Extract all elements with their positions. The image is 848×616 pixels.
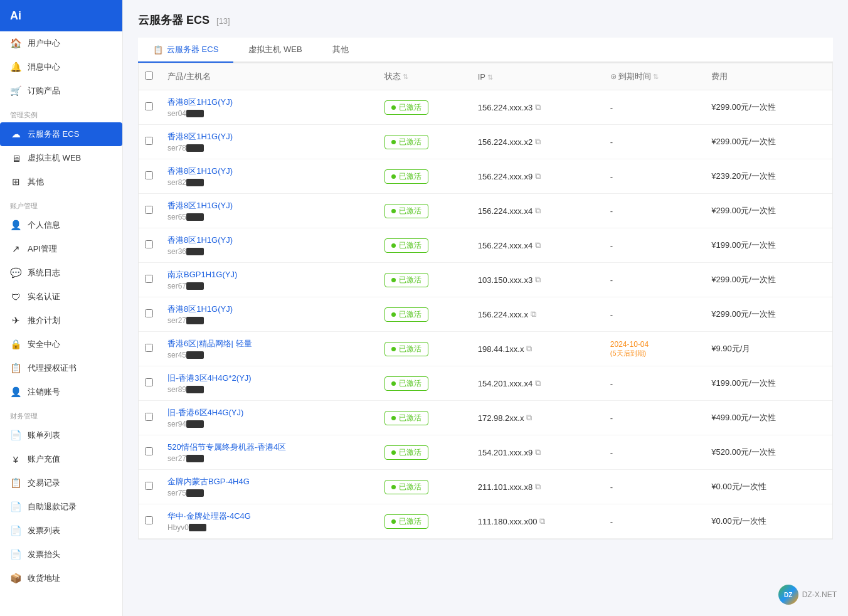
copy-icon[interactable]: ⧉ bbox=[535, 275, 541, 285]
expire-date: - bbox=[610, 310, 613, 319]
product-name[interactable]: 香港8区1H1G(YJ) bbox=[167, 131, 372, 142]
copy-icon[interactable]: ⧉ bbox=[539, 516, 545, 526]
expire-date: - bbox=[610, 448, 613, 457]
sidebar-item-invoice-list[interactable]: 📄 发票列表 bbox=[0, 519, 122, 543]
copy-icon[interactable]: ⧉ bbox=[535, 378, 541, 388]
product-name[interactable]: 香港8区1H1G(YJ) bbox=[167, 235, 372, 246]
table-row: 旧-香港6区4H4G(YJ) ser94 已激活 172.98.2xx.x ⧉ … bbox=[139, 401, 832, 435]
product-name[interactable]: 华中·金牌处理器-4C4G bbox=[167, 511, 372, 522]
fee: ¥9.90元/月 bbox=[711, 344, 750, 353]
sidebar-item-web[interactable]: 🖥 虚拟主机 WEB bbox=[0, 146, 122, 170]
row-checkbox[interactable] bbox=[145, 102, 153, 110]
row-checkbox[interactable] bbox=[145, 240, 153, 248]
sidebar-item-transactions[interactable]: 📋 交易记录 bbox=[0, 471, 122, 495]
status-badge: 已激活 bbox=[384, 169, 428, 184]
sidebar-item-user-center[interactable]: 🏠 用户中心 bbox=[0, 31, 122, 55]
ecs-tab-icon: 📋 bbox=[153, 45, 163, 55]
row-checkbox[interactable] bbox=[145, 482, 153, 490]
product-id: Hbyv0 bbox=[167, 523, 372, 532]
col-fee: 费用 bbox=[705, 63, 832, 90]
copy-icon[interactable]: ⧉ bbox=[535, 240, 541, 250]
sidebar-item-other[interactable]: ⊞ 其他 bbox=[0, 170, 122, 194]
lock-icon: 🔒 bbox=[10, 339, 21, 350]
tab-ecs[interactable]: 📋 云服务器 ECS bbox=[138, 38, 233, 63]
status-dot bbox=[391, 485, 396, 489]
sidebar-item-cancel[interactable]: 👤 注销账号 bbox=[0, 380, 122, 404]
monitor-icon: 🖥 bbox=[10, 153, 21, 164]
sidebar-logo: Ai bbox=[0, 0, 122, 31]
col-expire: ⊙ 到期时间 bbox=[604, 63, 705, 90]
product-name[interactable]: 香港8区1H1G(YJ) bbox=[167, 166, 372, 177]
fee: ¥199.00元/一次性 bbox=[711, 240, 776, 250]
product-name[interactable]: 香港8区1H1G(YJ) bbox=[167, 97, 372, 108]
manage-instance-label: 管理实例 bbox=[0, 103, 122, 122]
cancel-user-icon: 👤 bbox=[10, 386, 21, 398]
status-dot bbox=[391, 174, 396, 179]
copy-icon[interactable]: ⧉ bbox=[526, 344, 532, 354]
sidebar-item-syslog[interactable]: 💬 系统日志 bbox=[0, 261, 122, 285]
copy-icon[interactable]: ⧉ bbox=[535, 171, 541, 181]
sidebar-item-realname[interactable]: 🛡 实名认证 bbox=[0, 285, 122, 309]
server-table-container: 产品/主机名 状态 IP ⊙ 到期时间 费用 香港8区1H1G(YJ) ser0… bbox=[138, 63, 833, 539]
sidebar-item-message-center[interactable]: 🔔 消息中心 bbox=[0, 55, 122, 79]
copy-icon[interactable]: ⧉ bbox=[535, 102, 541, 112]
tab-bar: 📋 云服务器 ECS 虚拟主机 WEB 其他 bbox=[138, 38, 833, 63]
product-name[interactable]: 香港6区|精品网络| 轻量 bbox=[167, 338, 372, 349]
expire-date: - bbox=[610, 172, 613, 181]
row-checkbox[interactable] bbox=[145, 344, 153, 352]
tab-other[interactable]: 其他 bbox=[317, 38, 364, 63]
row-checkbox[interactable] bbox=[145, 171, 153, 179]
copy-icon[interactable]: ⧉ bbox=[531, 309, 536, 319]
row-checkbox[interactable] bbox=[145, 447, 153, 455]
status-badge: 已激活 bbox=[384, 135, 428, 149]
product-name[interactable]: 南京BGP1H1G(YJ) bbox=[167, 269, 372, 280]
product-name[interactable]: 金牌内蒙古BGP-4H4G bbox=[167, 476, 372, 487]
row-checkbox[interactable] bbox=[145, 378, 153, 386]
status-badge: 已激活 bbox=[384, 307, 428, 322]
row-checkbox[interactable] bbox=[145, 309, 153, 317]
product-name[interactable]: 520情侣节专属终身机器-香港4区 bbox=[167, 442, 372, 453]
copy-icon[interactable]: ⧉ bbox=[535, 447, 541, 457]
copy-icon[interactable]: ⧉ bbox=[535, 137, 541, 147]
status-badge: 已激活 bbox=[384, 376, 428, 391]
ip-cell: 156.224.xxx.x4 ⧉ bbox=[478, 206, 598, 216]
sidebar-item-promote[interactable]: ✈ 推介计划 bbox=[0, 309, 122, 332]
sidebar-item-security[interactable]: 🔒 安全中心 bbox=[0, 332, 122, 356]
sidebar-item-refund[interactable]: 📄 自助退款记录 bbox=[0, 495, 122, 519]
sidebar-item-recharge[interactable]: ¥ 账户充值 bbox=[0, 447, 122, 471]
copy-icon[interactable]: ⧉ bbox=[535, 206, 541, 216]
product-name[interactable]: 香港8区1H1G(YJ) bbox=[167, 304, 372, 315]
status-badge: 已激活 bbox=[384, 100, 428, 115]
sidebar-item-bill-list[interactable]: 📄 账单列表 bbox=[0, 423, 122, 447]
sidebar-item-proxy-cert[interactable]: 📋 代理授权证书 bbox=[0, 356, 122, 380]
copy-icon[interactable]: ⧉ bbox=[535, 482, 541, 492]
row-checkbox[interactable] bbox=[145, 275, 153, 283]
finance-manage-label: 财务管理 bbox=[0, 404, 122, 423]
ip-address: 156.224.xxx.x9 bbox=[478, 172, 533, 181]
sidebar-item-order-product[interactable]: 🛒 订购产品 bbox=[0, 79, 122, 103]
row-checkbox[interactable] bbox=[145, 137, 153, 145]
select-all-checkbox[interactable] bbox=[145, 72, 153, 80]
copy-icon[interactable]: ⧉ bbox=[526, 413, 532, 423]
delivery-icon: 📦 bbox=[10, 573, 21, 584]
fee: ¥299.00元/一次性 bbox=[711, 206, 776, 215]
ip-cell: 156.224.xxx.x4 ⧉ bbox=[478, 240, 598, 250]
sidebar-item-ecs[interactable]: ☁ 云服务器 ECS bbox=[0, 122, 122, 146]
sidebar-item-invoice-header[interactable]: 📄 发票抬头 bbox=[0, 543, 122, 566]
row-checkbox[interactable] bbox=[145, 206, 153, 214]
sidebar-item-api[interactable]: ↗ API管理 bbox=[0, 237, 122, 261]
ip-cell: 172.98.2xx.x ⧉ bbox=[478, 413, 598, 423]
expire-date: - bbox=[610, 103, 613, 112]
table-row: 香港8区1H1G(YJ) ser78 已激活 156.224.xxx.x2 ⧉ … bbox=[139, 125, 832, 159]
row-checkbox[interactable] bbox=[145, 516, 153, 524]
product-name[interactable]: 旧-香港3区4H4G*2(YJ) bbox=[167, 373, 372, 384]
status-dot bbox=[391, 450, 396, 455]
sidebar-item-personal[interactable]: 👤 个人信息 bbox=[0, 213, 122, 237]
status-badge: 已激活 bbox=[384, 204, 428, 218]
row-checkbox[interactable] bbox=[145, 413, 153, 421]
product-name[interactable]: 香港8区1H1G(YJ) bbox=[167, 200, 372, 211]
tab-web[interactable]: 虚拟主机 WEB bbox=[233, 38, 317, 63]
col-product: 产品/主机名 bbox=[161, 63, 378, 90]
product-name[interactable]: 旧-香港6区4H4G(YJ) bbox=[167, 407, 372, 418]
sidebar-item-delivery[interactable]: 📦 收货地址 bbox=[0, 566, 122, 590]
